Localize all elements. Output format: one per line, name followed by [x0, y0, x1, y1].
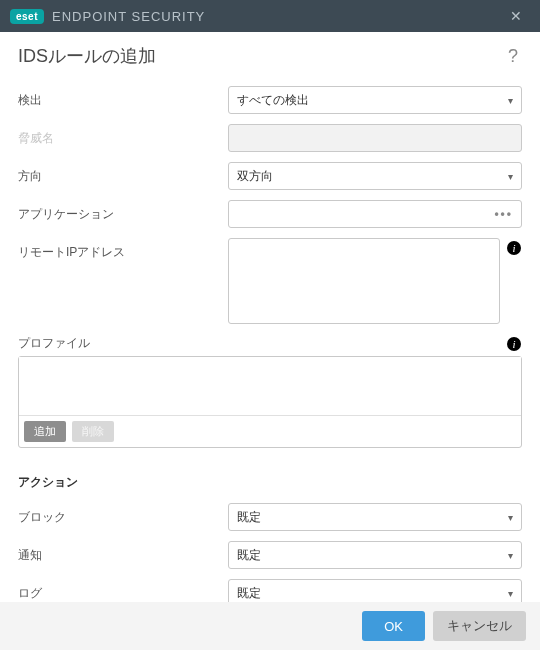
direction-select-value: 双方向 [237, 168, 273, 185]
chevron-down-icon: ▾ [508, 95, 513, 106]
titlebar: eset ENDPOINT SECURITY ✕ [0, 0, 540, 32]
notify-select[interactable]: 既定 ▾ [228, 541, 522, 569]
notify-select-value: 既定 [237, 547, 261, 564]
product-name: ENDPOINT SECURITY [52, 9, 205, 24]
svg-text:i: i [512, 338, 515, 350]
delete-button: 削除 [72, 421, 114, 442]
cancel-button[interactable]: キャンセル [433, 611, 526, 641]
help-icon[interactable]: ? [504, 46, 522, 67]
close-icon[interactable]: ✕ [502, 4, 530, 28]
chevron-down-icon: ▾ [508, 550, 513, 561]
direction-select[interactable]: 双方向 ▾ [228, 162, 522, 190]
threat-name-field [228, 124, 522, 152]
detection-select-value: すべての検出 [237, 92, 309, 109]
block-select-value: 既定 [237, 509, 261, 526]
block-select[interactable]: 既定 ▾ [228, 503, 522, 531]
info-icon[interactable]: i [506, 336, 522, 352]
detection-select[interactable]: すべての検出 ▾ [228, 86, 522, 114]
footer: OK キャンセル [0, 602, 540, 650]
action-section-title: アクション [18, 474, 522, 491]
chevron-down-icon: ▾ [508, 171, 513, 182]
ok-button[interactable]: OK [362, 611, 425, 641]
chevron-down-icon: ▾ [508, 588, 513, 599]
application-input[interactable]: ••• [228, 200, 522, 228]
label-threat-name: 脅威名 [18, 124, 228, 147]
svg-text:i: i [512, 242, 515, 254]
page-title: IDSルールの追加 [18, 44, 504, 68]
info-icon[interactable]: i [506, 240, 522, 256]
label-notify: 通知 [18, 541, 228, 564]
log-select-value: 既定 [237, 585, 261, 602]
remote-ip-textarea[interactable] [228, 238, 500, 324]
browse-button[interactable]: ••• [494, 207, 513, 221]
label-direction: 方向 [18, 162, 228, 185]
logo-badge: eset [10, 9, 44, 24]
profile-box: 追加 削除 [18, 356, 522, 448]
label-application: アプリケーション [18, 200, 228, 223]
label-log: ログ [18, 579, 228, 602]
add-button[interactable]: 追加 [24, 421, 66, 442]
label-remote-ip: リモートIPアドレス [18, 238, 228, 261]
label-block: ブロック [18, 503, 228, 526]
label-profile: プロファイル [18, 335, 500, 352]
label-detection: 検出 [18, 86, 228, 109]
profile-list[interactable] [19, 357, 521, 415]
chevron-down-icon: ▾ [508, 512, 513, 523]
